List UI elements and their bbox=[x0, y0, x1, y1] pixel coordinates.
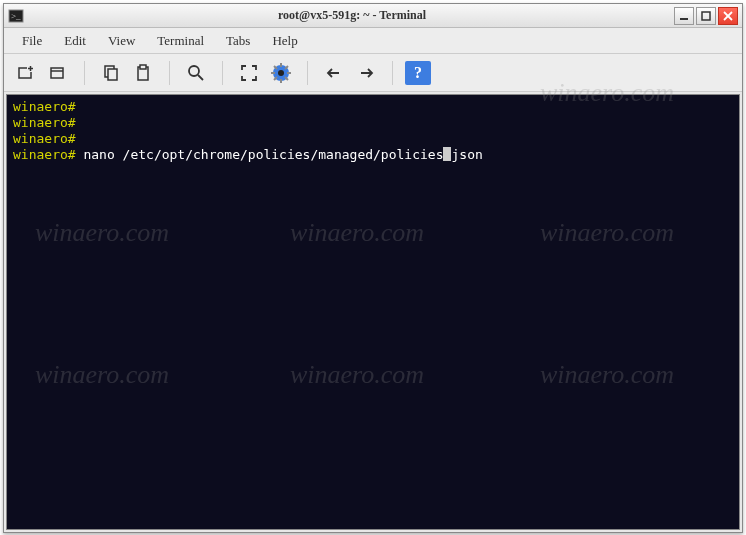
command-text-tail: json bbox=[451, 147, 482, 162]
titlebar[interactable]: >_ root@vx5-591g: ~ - Terminal bbox=[4, 4, 742, 28]
terminal-window: >_ root@vx5-591g: ~ - Terminal File Edit… bbox=[3, 3, 743, 533]
window-title: root@vx5-591g: ~ - Terminal bbox=[30, 8, 674, 23]
prompt: winaero# bbox=[13, 115, 76, 130]
terminal-line: winaero# nano /etc/opt/chrome/policies/m… bbox=[13, 147, 733, 163]
prompt: winaero# bbox=[13, 99, 76, 114]
back-button[interactable] bbox=[320, 59, 348, 87]
toolbar: ? bbox=[4, 54, 742, 92]
svg-rect-10 bbox=[51, 68, 63, 78]
menubar: File Edit View Terminal Tabs Help bbox=[4, 28, 742, 54]
cursor-icon bbox=[443, 147, 451, 161]
command-text: nano /etc/opt/chrome/policies/managed/po… bbox=[83, 147, 443, 162]
terminal-area[interactable]: winaero# winaero# winaero# winaero# nano… bbox=[6, 94, 740, 530]
svg-rect-15 bbox=[140, 65, 146, 69]
toolbar-separator bbox=[222, 61, 223, 85]
help-button[interactable]: ? bbox=[405, 61, 431, 85]
menu-file[interactable]: File bbox=[12, 30, 52, 52]
paste-button[interactable] bbox=[129, 59, 157, 87]
copy-button[interactable] bbox=[97, 59, 125, 87]
maximize-button[interactable] bbox=[696, 7, 716, 25]
menu-tabs[interactable]: Tabs bbox=[216, 30, 260, 52]
forward-button[interactable] bbox=[352, 59, 380, 87]
svg-point-19 bbox=[278, 70, 284, 76]
toolbar-separator bbox=[307, 61, 308, 85]
search-button[interactable] bbox=[182, 59, 210, 87]
toolbar-separator bbox=[169, 61, 170, 85]
prompt: winaero# bbox=[13, 147, 76, 162]
menu-help[interactable]: Help bbox=[262, 30, 307, 52]
toolbar-separator bbox=[392, 61, 393, 85]
menu-edit[interactable]: Edit bbox=[54, 30, 96, 52]
menu-terminal[interactable]: Terminal bbox=[147, 30, 214, 52]
toolbar-separator bbox=[84, 61, 85, 85]
app-icon: >_ bbox=[8, 8, 24, 24]
terminal-line: winaero# bbox=[13, 131, 733, 147]
window-controls bbox=[674, 7, 738, 25]
svg-text:>_: >_ bbox=[11, 11, 21, 21]
minimize-button[interactable] bbox=[674, 7, 694, 25]
svg-line-17 bbox=[198, 75, 203, 80]
terminal-line: winaero# bbox=[13, 115, 733, 131]
new-window-button[interactable] bbox=[44, 59, 72, 87]
menu-view[interactable]: View bbox=[98, 30, 145, 52]
fullscreen-button[interactable] bbox=[235, 59, 263, 87]
close-button[interactable] bbox=[718, 7, 738, 25]
terminal-line: winaero# bbox=[13, 99, 733, 115]
new-tab-button[interactable] bbox=[12, 59, 40, 87]
preferences-button[interactable] bbox=[267, 59, 295, 87]
svg-point-16 bbox=[189, 66, 199, 76]
svg-rect-13 bbox=[108, 69, 117, 80]
svg-rect-3 bbox=[702, 12, 710, 20]
prompt: winaero# bbox=[13, 131, 76, 146]
